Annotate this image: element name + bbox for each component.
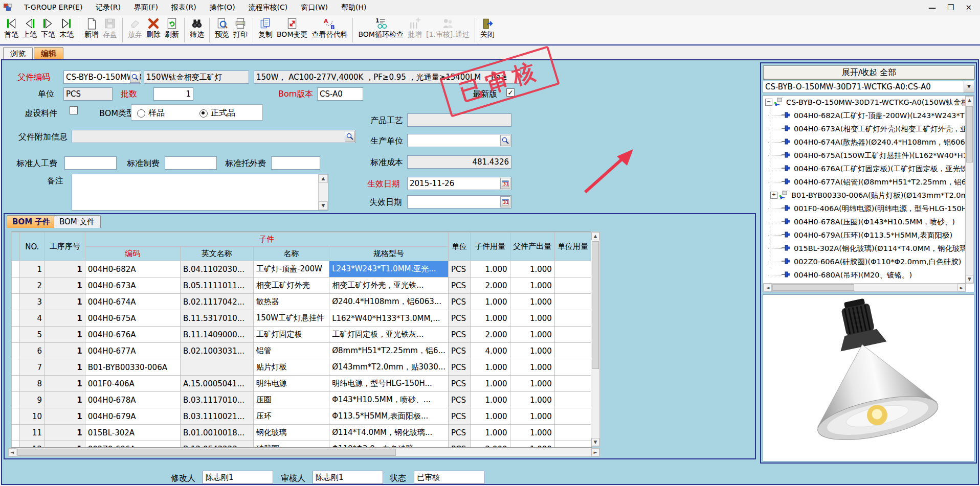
status-field[interactable]: 已审核 bbox=[414, 471, 484, 484]
tree-hscrollbar[interactable]: ◄ ► bbox=[763, 283, 966, 292]
table-row[interactable]: 11004H0-682AB.04.1102030...工矿灯-顶盖-200WL2… bbox=[12, 261, 591, 277]
toolbar-next-button[interactable]: 下笔 bbox=[39, 16, 57, 44]
auditor-field[interactable]: 陈志刚1 bbox=[313, 471, 383, 484]
expand-icon[interactable]: + bbox=[770, 192, 777, 199]
expand-collapse-all-button[interactable]: 展开/收起 全部 bbox=[763, 65, 975, 80]
toolbar-bomchange-button[interactable]: BOM变更 bbox=[275, 16, 309, 44]
toolbar-first-button[interactable]: 首笔 bbox=[2, 16, 20, 44]
scroll-down-icon[interactable]: ▼ bbox=[966, 275, 973, 283]
chevron-down-icon[interactable]: ▼ bbox=[964, 81, 974, 92]
menu-item[interactable]: 界面(F) bbox=[127, 3, 165, 12]
scroll-up-icon[interactable]: ▲ bbox=[966, 96, 973, 104]
toolbar-preview-button[interactable]: 预览 bbox=[213, 16, 231, 44]
grid-hscrollbar[interactable]: ◄ ► bbox=[8, 448, 600, 457]
tab-edit[interactable]: 编辑 bbox=[34, 47, 63, 60]
table-row[interactable]: 51004H0-676AB.11.1409000...工矿灯固定板工矿灯固定板，… bbox=[12, 327, 591, 343]
modifier-field[interactable]: 陈志刚1 bbox=[203, 471, 273, 484]
scroll-up-icon[interactable]: ▲ bbox=[319, 174, 328, 183]
prod-unit-lookup-button[interactable] bbox=[500, 135, 510, 146]
scroll-up-icon[interactable]: ▲ bbox=[591, 232, 599, 240]
exp-date-calendar-button[interactable]: 31 bbox=[500, 196, 510, 207]
batch-input[interactable]: 1 bbox=[153, 87, 193, 101]
collapse-icon[interactable]: − bbox=[765, 99, 772, 106]
eff-date-calendar-button[interactable]: 31 bbox=[500, 178, 510, 189]
tree-node-assembly[interactable]: +B01-BYB00330-006A(贴片灯板)(Ø143mm*T2.0mm，贴… bbox=[763, 189, 974, 202]
tree-node[interactable]: 004H0-678A(压圈)(Φ143*H10.5MM，喷砂、) bbox=[763, 215, 974, 228]
tab-bom-files[interactable]: BOM 文件 bbox=[54, 215, 101, 228]
tree-node[interactable]: 004H0-673A(相变工矿灯外壳)(相变工矿灯外壳，亚光铁) bbox=[763, 122, 974, 135]
table-row[interactable]: 121002Z0-606AB.12.0543233...硅胶圈Φ110*Φ2.0… bbox=[12, 441, 591, 448]
toolbar-last-button[interactable]: 末笔 bbox=[57, 16, 76, 44]
table-row[interactable]: 31004H0-674AB.02.1117042...散热器Ø240.4*H10… bbox=[12, 294, 591, 310]
menu-item[interactable]: T-GROUP ERP(E) bbox=[17, 3, 89, 12]
selected-cell[interactable]: L243*W243*T1.0MM.亚光... bbox=[329, 261, 449, 277]
menu-item[interactable]: 报表(R) bbox=[165, 3, 203, 12]
table-row[interactable]: 111015BL-302AB.01.0010018...钢化玻璃Ø114*T4.… bbox=[12, 425, 591, 441]
tab-browse[interactable]: 浏览 bbox=[3, 47, 33, 60]
std-mfg-input[interactable] bbox=[165, 156, 217, 170]
tree-node[interactable]: 001F0-406A(明纬电源)(明纬电源，型号HLG-150H) bbox=[763, 202, 974, 215]
scroll-down-icon[interactable]: ▼ bbox=[591, 438, 599, 446]
std-outsource-input[interactable] bbox=[271, 156, 320, 170]
eff-date-input[interactable]: 2015-11-26 31 bbox=[407, 177, 511, 190]
tab-bom-children[interactable]: BOM 子件 bbox=[7, 215, 56, 228]
tree-connector bbox=[768, 182, 782, 182]
bom-type-sample-radio[interactable]: 样品 bbox=[137, 108, 165, 119]
menu-item[interactable]: 记录(R) bbox=[89, 3, 127, 12]
parent-code-lookup-button[interactable] bbox=[130, 72, 140, 83]
tree-node[interactable]: 015BL-302A(钢化玻璃)(Ø114*T4.0MM，钢化玻璃) bbox=[763, 242, 974, 255]
table-row[interactable]: 61004H0-677AB.02.1003031...铝管Ø8mm*H51*T2… bbox=[12, 343, 591, 359]
tree-node[interactable]: 004H0-679A(压环)(Φ113.5*H5MM,表面阳极) bbox=[763, 228, 974, 242]
table-row[interactable]: 41004H0-675AB.11.5317010...150W工矿灯悬挂件L16… bbox=[12, 310, 591, 327]
toolbar-bomcheck-button[interactable]: 1BOM循环检查 bbox=[356, 16, 405, 44]
menu-item[interactable]: 流程审核(C) bbox=[242, 3, 295, 12]
tree-root-node[interactable]: −CS-BYB-O-150MW-30D71-WCTKG-A0(150W钛金相变工… bbox=[763, 96, 974, 109]
table-row[interactable]: 21004H0-673AB.05.1111011...相变工矿灯外壳相变工矿灯外… bbox=[12, 277, 591, 294]
tree-vscrollbar[interactable]: ▲ ▼ bbox=[965, 96, 974, 284]
scroll-down-icon[interactable]: ▼ bbox=[319, 201, 328, 210]
tree-node[interactable]: 004H0-677A(铝管)(Ø8mm*H51*T2.25mm，铝6) bbox=[763, 175, 974, 189]
parent-code-input[interactable]: CS-BYB-O-150MW-3 bbox=[63, 71, 141, 84]
menu-item[interactable]: 操作(O) bbox=[203, 3, 242, 12]
table-row[interactable]: 91004H0-678AB.03.1117010...压圈Φ143*H10.5M… bbox=[12, 392, 591, 408]
scroll-right-icon[interactable]: ► bbox=[957, 284, 966, 291]
toolbar-close-button[interactable]: 关闭 bbox=[478, 16, 497, 44]
tree-node[interactable]: 002Z0-606A(硅胶圈)(Φ110*Φ2.0mm,白色硅胶) bbox=[763, 255, 974, 268]
table-row[interactable]: 101004H0-679AB.03.1110021...压环Φ113.5*H5M… bbox=[12, 408, 591, 425]
tree-node[interactable]: 004H0-682A(工矿灯-顶盖-200W)(L243*W243*T1.0MM… bbox=[763, 109, 974, 122]
bom-version-input[interactable]: CS-A0 bbox=[317, 87, 363, 101]
grid-vscrollbar[interactable]: ▲ ▼ bbox=[591, 232, 600, 447]
tree-node[interactable]: 004H0-680A(吊环)(M20、镀铬。) bbox=[763, 268, 974, 282]
scroll-left-icon[interactable]: ◄ bbox=[8, 448, 16, 456]
std-labor-input[interactable] bbox=[64, 156, 117, 170]
minimize-button[interactable]: — bbox=[928, 3, 936, 12]
toolbar-delete-button[interactable]: 删除 bbox=[144, 16, 163, 44]
menu-item[interactable]: 窗口(W) bbox=[294, 3, 335, 12]
toolbar-refresh-button[interactable]: 刷新 bbox=[163, 16, 181, 44]
tree-node[interactable]: 004H0-676A(工矿灯固定板)(工矿灯固定板，亚光铁灰) bbox=[763, 162, 974, 175]
scroll-left-icon[interactable]: ◄ bbox=[764, 284, 772, 291]
table-row[interactable]: 81001F0-406AA.15.0005041...明纬电源明纬电源，型号HL… bbox=[12, 376, 591, 392]
restore-button[interactable]: ❐ bbox=[947, 3, 954, 12]
toolbar-new-button[interactable]: 新增 bbox=[82, 16, 101, 44]
prod-unit-input[interactable] bbox=[407, 134, 511, 147]
tree-node[interactable]: 004H0-675A(150W工矿灯悬挂件)(L162*W40*H133*T3.… bbox=[763, 149, 974, 162]
menu-item[interactable]: 帮助(H) bbox=[335, 3, 373, 12]
bom-type-official-radio[interactable]: 正式品 bbox=[199, 108, 235, 119]
scroll-right-icon[interactable]: ► bbox=[591, 448, 599, 456]
tree-node[interactable]: 004H0-674A(散热器)(Ø240.4*H108mm，铝6063) bbox=[763, 135, 974, 149]
remark-textarea[interactable]: ▲ ▼ bbox=[72, 174, 328, 211]
col-last: 单位用量 bbox=[554, 233, 591, 261]
toolbar-filter-button[interactable]: 筛选 bbox=[188, 16, 206, 44]
table-row[interactable]: 71B01-BYB00330-006A贴片灯板Ø143mm*T2.0mm，贴30… bbox=[12, 359, 591, 376]
parent-extra-lookup-button[interactable] bbox=[345, 131, 355, 142]
remark-scrollbar[interactable]: ▲ ▼ bbox=[318, 174, 328, 210]
toolbar-copy-button[interactable]: 复制 bbox=[256, 16, 275, 44]
toolbar-substitute-button[interactable]: AB查看替代料 bbox=[309, 16, 349, 44]
exp-date-input[interactable]: 31 bbox=[407, 195, 511, 209]
toolbar-prev-button[interactable]: 上笔 bbox=[20, 16, 39, 44]
bom-version-combobox[interactable]: CS-BYB-O-150MW-30D71-WCTKG-A0:CS-A0 ▼ bbox=[763, 81, 974, 93]
close-button[interactable]: ✕ bbox=[965, 3, 972, 12]
dummy-part-checkbox[interactable] bbox=[70, 106, 78, 114]
toolbar-print-button[interactable]: 打印 bbox=[231, 16, 250, 44]
